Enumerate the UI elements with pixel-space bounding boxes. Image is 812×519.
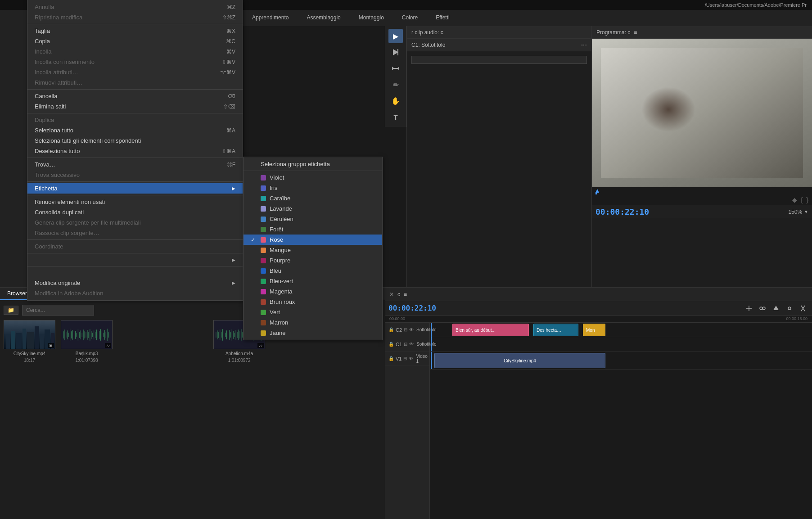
menu-trova-successivo[interactable]: Trova successivo xyxy=(27,170,243,180)
menu-ripristina[interactable]: Ripristina modifica ⇧⌘Z xyxy=(27,12,243,23)
submenu-jaune[interactable]: Jaune xyxy=(244,328,382,338)
tab-assemblaggio[interactable]: Assemblaggio xyxy=(298,10,349,26)
track-c1-icon: ⊟ xyxy=(404,342,407,347)
separator-2 xyxy=(27,89,243,90)
settings-tool[interactable] xyxy=(784,303,795,314)
submenu-iris[interactable]: Iris xyxy=(244,183,382,193)
track-v1-icon: ⊟ xyxy=(403,356,407,361)
menu-modifica-originale[interactable] xyxy=(27,268,243,278)
more-options-icon[interactable]: ··· xyxy=(581,41,587,49)
track-select-tool[interactable] xyxy=(388,45,403,59)
menu-trova[interactable]: Trova… ⌘F xyxy=(27,159,243,170)
zoom-control[interactable]: 150% ▼ xyxy=(788,209,808,215)
track-label-c1: 🔒 C1 ⊟ 👁 Sottotitolo xyxy=(385,337,429,352)
menu-incolla-inserimento[interactable]: Incolla con inserimento ⇧⌘V xyxy=(27,57,243,67)
program-timecode[interactable]: 00:00:22:10 xyxy=(595,207,649,217)
track-c2-eye[interactable]: 👁 xyxy=(409,327,414,332)
submenu-seleziona-gruppo[interactable]: Seleziona gruppo etichetta xyxy=(244,159,382,169)
thumb-cityskyline[interactable]: ▣ xyxy=(4,320,55,349)
clip-bien-sur[interactable]: Bien sûr, au début... xyxy=(452,324,529,336)
track-c1-name: C1 xyxy=(396,342,402,347)
link-tool[interactable] xyxy=(757,303,768,314)
caption-text-1[interactable] xyxy=(411,56,587,64)
menu-duplica[interactable]: Duplica xyxy=(27,115,243,125)
menu-rimuovi-elementi[interactable]: Rimuovi elementi non usati xyxy=(27,197,243,207)
menu-seleziona-tutti-corrispondenti[interactable]: Seleziona tutti gli elementi corrisponde… xyxy=(27,135,243,146)
thumb-baslik[interactable]: ♪♪ xyxy=(61,320,113,349)
menu-etichetta[interactable]: Etichetta ▶ xyxy=(27,183,243,194)
pen-tool[interactable]: ✏ xyxy=(388,77,403,92)
search-input[interactable] xyxy=(22,305,94,316)
svg-rect-1 xyxy=(397,49,398,55)
clip-des-hecta[interactable]: Des hecta… xyxy=(533,324,578,336)
play-tool[interactable]: ▶ xyxy=(388,29,403,43)
media-item-cityskyline: ▣ CitySkyline.mp4 18:17 xyxy=(4,320,55,363)
submenu-marron[interactable]: Marron xyxy=(244,317,382,328)
snap-tool[interactable] xyxy=(744,303,754,314)
hand-tool[interactable]: ✋ xyxy=(388,94,403,108)
thumb-baslik-label: Başlık.mp3 xyxy=(61,351,113,356)
submenu-foret[interactable]: Forêt xyxy=(244,224,382,235)
submenu-bleu[interactable]: Bleu xyxy=(244,266,382,276)
tab-colore[interactable]: Colore xyxy=(393,10,427,26)
svg-marker-8 xyxy=(773,306,779,310)
menu-taglia[interactable]: Taglia ⌘X xyxy=(27,26,243,36)
menu-incolla-attributi[interactable]: Incolla attributi… ⌥⌘V xyxy=(27,67,243,77)
submenu-brun-roux[interactable]: Brun roux xyxy=(244,297,382,307)
submenu-pourpre[interactable]: Pourpre xyxy=(244,255,382,266)
timeline-tools: 00:00:22:10 xyxy=(385,301,812,316)
menu-elimina-salti[interactable]: Elimina salti ⇧⌫ xyxy=(27,101,243,112)
text-tool[interactable]: T xyxy=(388,110,403,124)
ripple-tool[interactable] xyxy=(388,61,403,76)
menu-cancella[interactable]: Cancella ⌫ xyxy=(27,91,243,101)
svg-point-6 xyxy=(762,307,765,310)
menu-incolla[interactable]: Incolla ⌘V xyxy=(27,46,243,57)
svg-marker-4 xyxy=(397,67,399,70)
submenu-magenta[interactable]: Magenta xyxy=(244,286,382,297)
menu-deseleziona-tutto[interactable]: Deseleziona tutto ⇧⌘A xyxy=(27,146,243,156)
media-item-baslik: ♪♪ Başlık.mp3 1:01:07398 xyxy=(61,320,113,363)
timeline-timecode[interactable]: 00:00:22:10 xyxy=(388,304,436,312)
separator-9 xyxy=(27,266,243,266)
menu-rimuovi-attributi[interactable]: Rimuovi attributi… xyxy=(27,77,243,88)
marker-tool[interactable] xyxy=(771,303,781,314)
menu-modifica-photoshop[interactable]: Modifica in Adobe Audition xyxy=(27,288,243,298)
clip-mon[interactable]: Mon xyxy=(583,324,605,336)
menu-modifica-audition[interactable]: Modifica originale ▶ xyxy=(27,278,243,288)
tab-effetti[interactable]: Effetti xyxy=(427,10,458,26)
menu-coordinate[interactable]: Coordinate xyxy=(27,241,243,252)
submenu-bleu-vert[interactable]: Bleu-vert xyxy=(244,276,382,286)
submenu-vert[interactable]: Vert xyxy=(244,307,382,317)
menu-annulla[interactable]: Annulla ⌘Z xyxy=(27,2,243,12)
tab-montaggio[interactable]: Montaggio xyxy=(350,10,393,26)
menu-progetto-team[interactable]: ▶ xyxy=(27,255,243,265)
submenu-rose[interactable]: ✓ Rose xyxy=(244,235,382,245)
tab-apprendimento[interactable]: Apprendimento xyxy=(243,10,298,26)
submenu-violet[interactable]: Violet xyxy=(244,172,382,183)
menu-consolida-duplicati[interactable]: Consolida duplicati xyxy=(27,207,243,217)
submenu-cerulean[interactable]: Céruléen xyxy=(244,214,382,224)
menu-icon[interactable]: ≡ xyxy=(634,29,637,36)
svg-point-5 xyxy=(760,307,762,310)
submenu-mangue[interactable]: Mangue xyxy=(244,245,382,255)
submenu-caraibe[interactable]: Caraïbe xyxy=(244,193,382,203)
track-c1-eye[interactable]: 👁 xyxy=(409,342,414,347)
clip-label: Mon xyxy=(586,328,595,333)
timeline-scrubber[interactable] xyxy=(592,187,812,194)
submenu-lavande[interactable]: Lavande xyxy=(244,203,382,214)
menu-copia[interactable]: Copia ⌘C xyxy=(27,36,243,46)
ruler-time-0: 00:00:00 xyxy=(389,316,405,321)
new-folder-btn[interactable]: 📁 xyxy=(4,306,18,315)
close-icon[interactable]: ✕ xyxy=(389,291,394,298)
wrench-tool[interactable] xyxy=(798,303,808,314)
menu-genera-clip[interactable]: Genera clip sorgente per file multimedia… xyxy=(27,217,243,228)
video-dark-area xyxy=(641,87,695,132)
timeline-menu-icon[interactable]: ≡ xyxy=(404,291,407,298)
track-v1-eye[interactable]: 👁 xyxy=(409,356,413,361)
menu-rassocia[interactable]: Rassocia clip sorgente… xyxy=(27,228,243,238)
clip-cityskyline-video[interactable]: CitySkyline.mp4 xyxy=(434,353,605,368)
menu-seleziona-tutto[interactable]: Seleziona tutto ⌘A xyxy=(27,125,243,135)
svg-rect-14 xyxy=(27,332,34,349)
bracket-left-icon: { xyxy=(801,196,803,203)
title-path: /Users/labuser/Documents/Adobe/Premiere … xyxy=(705,2,807,8)
